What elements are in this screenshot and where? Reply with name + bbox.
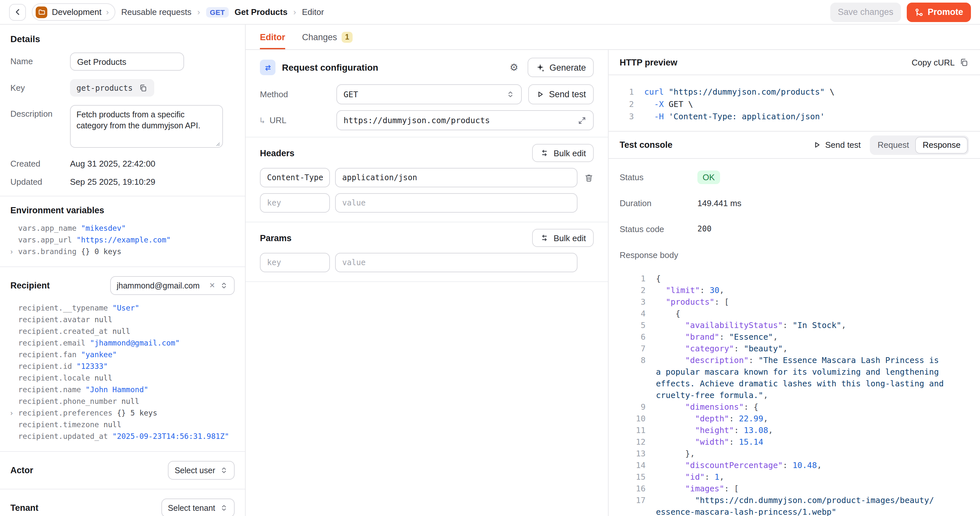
recipient-select[interactable]: jhammond@gmail.com ✕ bbox=[110, 276, 235, 295]
code-line: 16 "images": [ bbox=[629, 483, 969, 495]
code-line: 8 "description": "The Essence Mascara La… bbox=[629, 355, 969, 366]
header-value-input-empty[interactable] bbox=[335, 193, 578, 213]
code-line: 3 "products": [ bbox=[629, 296, 969, 308]
recipient-prop-row[interactable]: ›recipient.preferences {} 5 keys bbox=[10, 407, 235, 419]
request-response-toggle: Request Response bbox=[870, 135, 969, 154]
tab-editor[interactable]: Editor bbox=[260, 25, 285, 49]
breadcrumb-editor: Editor bbox=[302, 7, 324, 17]
bulk-edit-icon bbox=[540, 233, 549, 242]
toggle-request[interactable]: Request bbox=[871, 137, 915, 153]
description-textarea[interactable]: Fetch products from a specific category … bbox=[70, 105, 223, 148]
environment-switcher[interactable]: Development › bbox=[32, 3, 115, 21]
trash-icon[interactable] bbox=[584, 173, 594, 183]
method-badge: GET bbox=[206, 7, 229, 17]
params-title: Params bbox=[260, 233, 292, 243]
editor-tabbar: Editor Changes 1 bbox=[246, 25, 980, 50]
tenant-label: Tenant bbox=[10, 503, 38, 513]
code-line: 3 -H 'Content-Type: application/json' bbox=[620, 110, 969, 123]
return-arrow-icon: ↳ bbox=[260, 115, 265, 125]
recipient-prop-row: recipient.email "jhammond@gmail.com" bbox=[10, 337, 235, 349]
env-var-row[interactable]: ›vars.branding {} 0 keys bbox=[10, 246, 235, 257]
recipient-prop-row: recipient.phone_number null bbox=[10, 395, 235, 407]
code-line: 4 { bbox=[629, 308, 969, 320]
key-label: Key bbox=[10, 79, 70, 97]
save-changes-button[interactable]: Save changes bbox=[830, 2, 901, 22]
app-window: Development › Reusable requests › GET Ge… bbox=[0, 0, 980, 516]
toggle-response[interactable]: Response bbox=[915, 137, 968, 153]
code-line: 14 "discountPercentage": 10.48, bbox=[629, 460, 969, 471]
recipient-prop-row: recipient.id "12333" bbox=[10, 360, 235, 372]
headers-title: Headers bbox=[260, 148, 294, 158]
chevron-updown-icon bbox=[220, 281, 228, 290]
console-send-test-button[interactable]: Send test bbox=[813, 140, 861, 150]
code-line: 2 "limit": 30, bbox=[629, 285, 969, 296]
description-label: Description bbox=[10, 105, 70, 150]
headers-bulk-edit-button[interactable]: Bulk edit bbox=[532, 144, 594, 162]
created-label: Created bbox=[10, 159, 70, 169]
env-var-row: vars.app_url "https://example.com" bbox=[10, 234, 235, 246]
recipient-title: Recipient bbox=[10, 281, 50, 290]
test-console-title: Test console bbox=[620, 140, 673, 150]
recipient-prop-row: recipient.updated_at "2025-09-23T14:56:3… bbox=[10, 430, 235, 442]
duration-value: 149.441 ms bbox=[697, 198, 741, 208]
code-line: 1{ bbox=[629, 273, 969, 285]
status-code-value: 200 bbox=[697, 224, 711, 233]
tenant-select[interactable]: Select tenant bbox=[161, 498, 235, 516]
http-preview-title: HTTP preview bbox=[620, 57, 677, 67]
header-key-input[interactable] bbox=[260, 168, 330, 187]
status-code-label: Status code bbox=[620, 224, 697, 234]
recipient-prop-row: recipient.fan "yankee" bbox=[10, 349, 235, 360]
expand-chevron-icon[interactable]: › bbox=[10, 246, 13, 257]
method-label: Method bbox=[260, 89, 336, 99]
url-input[interactable] bbox=[344, 115, 572, 125]
chevron-updown-icon bbox=[220, 466, 228, 475]
code-line: essence-mascara-lash-princess/1.webp" bbox=[629, 506, 969, 516]
name-input[interactable] bbox=[70, 53, 184, 71]
recipient-prop-row: recipient.created_at null bbox=[10, 325, 235, 337]
status-label: Status bbox=[620, 172, 697, 182]
code-line: 11 "height": 13.08, bbox=[629, 425, 969, 436]
promote-button[interactable]: Promote bbox=[907, 2, 971, 22]
expand-chevron-icon[interactable]: › bbox=[10, 407, 13, 419]
code-line: 13 }, bbox=[629, 448, 969, 460]
tab-changes[interactable]: Changes 1 bbox=[302, 25, 353, 49]
play-icon bbox=[536, 90, 544, 99]
code-line: 9 "dimensions": { bbox=[629, 401, 969, 413]
back-button[interactable] bbox=[9, 3, 26, 21]
request-config-title: Request configuration bbox=[282, 62, 503, 73]
code-line: 2 -X GET \ bbox=[620, 98, 969, 110]
method-select[interactable]: GET bbox=[336, 84, 522, 104]
breadcrumb-separator: › bbox=[293, 7, 296, 17]
expand-icon[interactable] bbox=[578, 116, 587, 125]
code-line: 10 "depth": 22.99, bbox=[629, 413, 969, 425]
header-value-input[interactable] bbox=[335, 168, 578, 187]
updated-value: Sep 25 2025, 19:10:29 bbox=[70, 177, 155, 187]
param-key-input[interactable] bbox=[260, 253, 330, 272]
promote-branch-icon bbox=[915, 8, 924, 16]
recipient-prop-row: recipient.__typename "User" bbox=[10, 302, 235, 314]
code-line: 1curl "https://dummyjson.com/products" \ bbox=[620, 86, 969, 98]
recipient-prop-row: recipient.locale null bbox=[10, 372, 235, 384]
header-key-input-empty[interactable] bbox=[260, 193, 330, 213]
send-test-button[interactable]: Send test bbox=[528, 84, 594, 104]
copy-curl-button[interactable]: Copy cURL bbox=[912, 57, 969, 67]
actor-select[interactable]: Select user bbox=[168, 461, 235, 480]
gear-icon[interactable]: ⚙ bbox=[510, 62, 519, 73]
top-toolbar: Development › Reusable requests › GET Ge… bbox=[0, 0, 980, 25]
breadcrumb-requests[interactable]: Reusable requests bbox=[121, 7, 191, 17]
generate-button[interactable]: Generate bbox=[527, 58, 594, 77]
updated-label: Updated bbox=[10, 177, 70, 187]
environment-name: Development bbox=[52, 7, 102, 17]
code-line: 12 "width": 15.14 bbox=[629, 436, 969, 448]
param-value-input[interactable] bbox=[335, 253, 578, 272]
code-line: cruelty-free formula.", bbox=[629, 390, 969, 401]
request-swap-icon bbox=[260, 60, 275, 75]
breadcrumb-request-name[interactable]: Get Products bbox=[235, 7, 288, 17]
key-value-pill: get-products bbox=[70, 79, 154, 97]
clear-icon[interactable]: ✕ bbox=[209, 281, 215, 290]
copy-icon[interactable] bbox=[138, 83, 148, 92]
response-body-code: 1{2 "limit": 30,3 "products": [4 {5 "ava… bbox=[620, 273, 969, 516]
request-editor-column: Request configuration ⚙ Generate Method bbox=[246, 50, 609, 516]
params-bulk-edit-button[interactable]: Bulk edit bbox=[532, 229, 594, 247]
chevron-updown-icon bbox=[220, 504, 228, 512]
